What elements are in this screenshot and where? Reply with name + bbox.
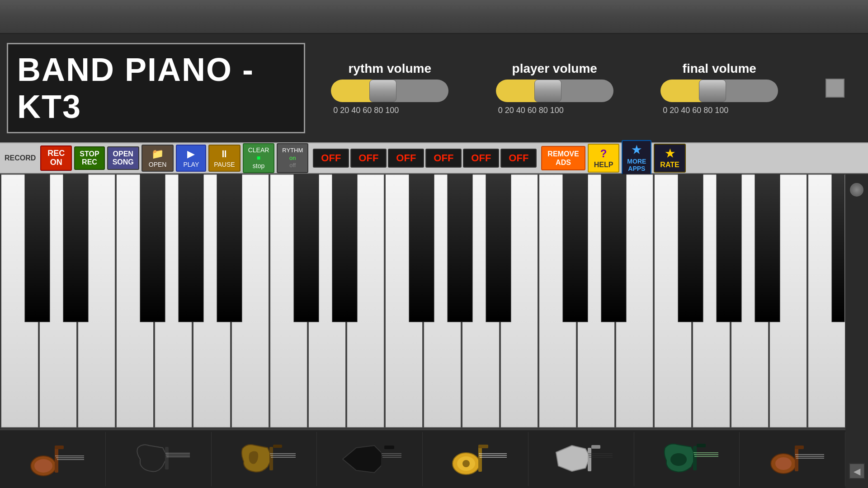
- stop-rec-button[interactable]: STOPREC: [74, 146, 104, 169]
- svg-rect-37: [832, 174, 844, 322]
- svg-rect-31: [486, 174, 511, 322]
- open-label: OPEN: [149, 161, 167, 168]
- open-song-button[interactable]: OPENSONG: [107, 146, 139, 169]
- pause-button[interactable]: ⏸ PAUSE: [208, 145, 240, 172]
- more-apps-label: MOREAPPS: [627, 158, 646, 173]
- svg-rect-26: [217, 174, 242, 322]
- svg-rect-25: [179, 174, 203, 322]
- help-button[interactable]: ? HELP: [588, 144, 620, 173]
- guitar-svg-1: [21, 439, 84, 479]
- guitar-item-3[interactable]: [212, 432, 317, 486]
- svg-rect-30: [448, 174, 472, 322]
- player-volume-label: player volume: [512, 61, 597, 76]
- svg-rect-75: [697, 444, 706, 447]
- final-slider-thumb[interactable]: [699, 80, 726, 102]
- svg-point-39: [34, 459, 52, 473]
- app-title: BAND PIANO - KT3: [17, 51, 295, 125]
- rate-button[interactable]: ★ RATE: [654, 144, 685, 173]
- player-slider-thumb[interactable]: [534, 80, 561, 102]
- guitar-svg-8: [761, 439, 824, 479]
- guitar-item-5[interactable]: [423, 432, 528, 486]
- guitar-svg-3: [232, 439, 296, 479]
- guitar-item-8[interactable]: [740, 432, 845, 486]
- svg-rect-27: [294, 174, 319, 322]
- svg-rect-51: [273, 445, 282, 448]
- off-button-6[interactable]: OFF: [500, 149, 537, 168]
- off-button-1[interactable]: OFF: [313, 149, 349, 168]
- more-apps-button[interactable]: ★ MOREAPPS: [622, 140, 651, 176]
- stop-rec-label: STOPREC: [80, 150, 99, 166]
- toolbar-row: RECORD RECON STOPREC OPENSONG 📁 OPEN ▶ P…: [0, 142, 868, 174]
- guitar-svg-7: [655, 439, 718, 479]
- final-volume-slider[interactable]: [660, 80, 778, 102]
- svg-rect-41: [55, 446, 64, 449]
- guitar-item-4[interactable]: [317, 432, 423, 486]
- player-volume-slider[interactable]: [496, 80, 613, 102]
- rythm-volume-slider[interactable]: [331, 80, 448, 102]
- svg-rect-50: [269, 447, 273, 470]
- left-arrow-button[interactable]: ◀: [849, 463, 865, 479]
- guitar-svg-6: [549, 439, 613, 479]
- off-button-2[interactable]: OFF: [350, 149, 387, 168]
- rec-on-label: RECON: [47, 149, 65, 167]
- svg-rect-34: [678, 174, 703, 322]
- final-volume-control: final volume 0 20 40 60 80 100: [660, 61, 778, 115]
- main-content: BAND PIANO - KT3 rythm volume 0 20 40 60…: [0, 34, 868, 488]
- guitar-row: [0, 429, 845, 488]
- svg-rect-82: [795, 446, 804, 449]
- open-button[interactable]: 📁 OPEN: [142, 145, 174, 172]
- settings-button[interactable]: [826, 79, 844, 98]
- svg-rect-69: [591, 445, 600, 449]
- rythm-volume-ticks: 0 20 40 60 80 100: [331, 106, 448, 115]
- pause-icon: ⏸: [219, 148, 229, 160]
- stop-label: ■: [257, 155, 260, 161]
- rec-on-button[interactable]: RECON: [40, 145, 72, 171]
- svg-rect-32: [563, 174, 588, 322]
- svg-rect-45: [165, 447, 169, 469]
- help-icon: ?: [597, 147, 610, 160]
- svg-rect-63: [478, 447, 482, 472]
- rythm-button[interactable]: RYTHM on off: [277, 143, 308, 174]
- rythm-slider-thumb[interactable]: [369, 80, 396, 102]
- svg-rect-68: [588, 448, 591, 471]
- help-label: HELP: [594, 161, 613, 169]
- svg-rect-46: [169, 445, 177, 448]
- guitar-item-7[interactable]: [634, 432, 740, 486]
- clear-label: CLEAR: [248, 147, 269, 154]
- guitar-item-2[interactable]: [106, 432, 212, 486]
- guitar-svg-2: [127, 439, 190, 479]
- svg-rect-40: [55, 448, 58, 473]
- player-volume-ticks: 0 20 40 60 80 100: [496, 106, 613, 115]
- final-volume-label: final volume: [683, 61, 756, 76]
- remove-ads-button[interactable]: REMOVEADS: [541, 146, 585, 170]
- svg-point-73: [670, 453, 687, 466]
- pause-label: PAUSE: [214, 161, 235, 168]
- svg-rect-56: [384, 446, 394, 449]
- clear-stop-button[interactable]: CLEAR ■ stop: [243, 143, 275, 173]
- svg-point-62: [462, 460, 470, 467]
- off-button-3[interactable]: OFF: [388, 149, 424, 168]
- svg-rect-36: [755, 174, 780, 322]
- folder-icon: 📁: [151, 148, 164, 160]
- play-icon: ▶: [187, 148, 195, 160]
- svg-rect-74: [693, 446, 697, 470]
- star-nav-icon: ★: [632, 144, 642, 157]
- svg-rect-29: [409, 174, 434, 322]
- volume-section: rythm volume 0 20 40 60 80 100 player vo…: [314, 61, 861, 115]
- guitar-item-1[interactable]: [0, 432, 106, 486]
- header-row: BAND PIANO - KT3 rythm volume 0 20 40 60…: [0, 34, 868, 142]
- svg-rect-33: [601, 174, 626, 322]
- rythm-label: RYTHM: [282, 147, 303, 154]
- svg-rect-22: [25, 174, 50, 322]
- piano-keyboard-wrapper[interactable]: [0, 174, 845, 429]
- remove-ads-label: REMOVEADS: [547, 150, 579, 166]
- guitar-item-6[interactable]: [528, 432, 634, 486]
- rythm-off: off: [289, 162, 296, 169]
- play-button[interactable]: ▶ PLAY: [176, 145, 206, 172]
- svg-rect-81: [795, 448, 798, 471]
- scroll-circle[interactable]: [850, 183, 863, 197]
- off-button-4[interactable]: OFF: [425, 149, 462, 168]
- off-button-5[interactable]: OFF: [463, 149, 499, 168]
- rate-label: RATE: [660, 161, 679, 169]
- player-volume-control: player volume 0 20 40 60 80 100: [496, 61, 613, 115]
